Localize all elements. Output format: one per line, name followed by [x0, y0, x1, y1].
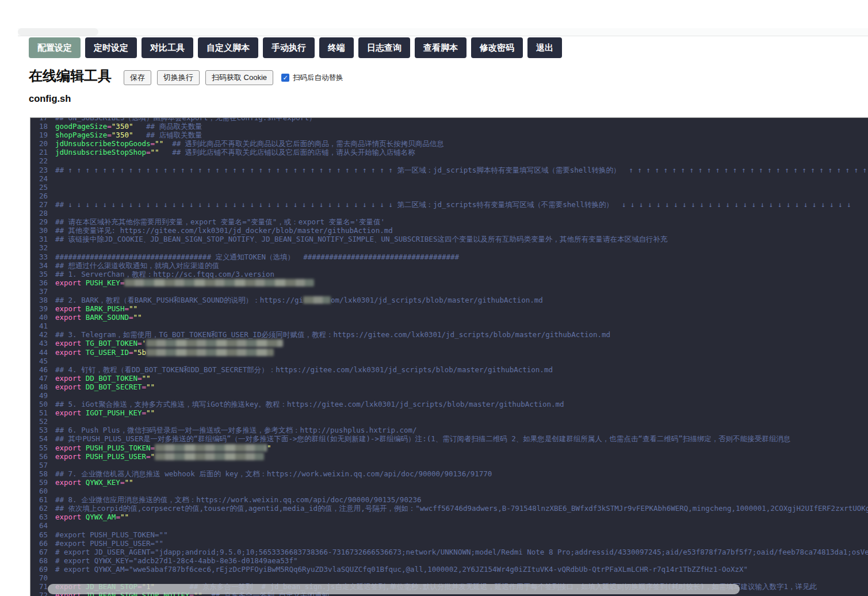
line-number: 48 [30, 383, 48, 391]
nav-button-custom-script[interactable]: 自定义脚本 [198, 37, 258, 58]
line-number: 17 [30, 117, 48, 122]
auto-replace-label: 扫码后自动替换 [293, 73, 343, 83]
auto-replace-checkbox[interactable]: ✓ [281, 74, 289, 82]
nav-button-change-password[interactable]: 修改密码 [471, 37, 523, 58]
nav-button-log-query[interactable]: 日志查询 [358, 37, 410, 58]
code-line: 50## 5. iGot聚合推送，支持多方式推送，填写iGot的推送key。教程… [30, 400, 868, 408]
code-token: export [55, 478, 81, 487]
code-token [133, 122, 146, 131]
redacted-value [155, 444, 267, 452]
code-token: ## 请在本区域补充其他你需要用到变量，export 变量名="变量值"，或：e… [55, 217, 385, 226]
code-line: 54## 其中PUSH_PLUS_USER是一对多推送的“群组编码”（一对多推送… [30, 434, 868, 443]
code-token: = [124, 304, 129, 313]
code-line: 36export PUSH_KEY= [30, 278, 868, 287]
code-line: 52 [30, 417, 868, 426]
code-token: " [151, 452, 155, 461]
code-token: = [142, 408, 147, 417]
code-token: #################################### [55, 253, 211, 261]
code-line: 20jdUnsubscribeStopGoods="" ## 遇到此商品不再取关… [30, 139, 868, 148]
line-number: 24 [30, 174, 48, 183]
code-token: 第二区域：jd_scripts特有变量填写区域（不需要shell转换的） [393, 200, 622, 209]
code-token [81, 348, 86, 357]
code-token: DD_BOT_TOKEN [86, 374, 137, 383]
line-number: 19 [30, 131, 48, 139]
code-line: 59export QYWX_KEY="" [30, 478, 868, 487]
line-number: 45 [30, 357, 48, 365]
code-token: = [137, 374, 142, 383]
code-line: 26 [30, 192, 868, 200]
top-scrollbar-thumb[interactable] [18, 28, 98, 36]
toggle-wrap-button[interactable]: 切换换行 [157, 70, 200, 85]
line-number: 35 [30, 270, 48, 278]
code-line: 57 [30, 461, 868, 469]
code-token: ↓ ↓ ↓ ↓ ↓ ↓ ↓ ↓ ↓ ↓ ↓ ↓ ↓ ↓ ↓ ↓ ↓ ↓ ↓ ↓ … [68, 200, 393, 209]
save-button[interactable]: 保存 [124, 70, 151, 85]
code-line: 53## 6. Push Plus，微信扫码登录后一对一推送或一对多推送，参考文… [30, 426, 868, 434]
code-line: 18goodPageSize="350" ## 商品取关数量 [30, 122, 868, 131]
line-number: 31 [30, 235, 48, 243]
line-number: 52 [30, 417, 48, 426]
code-token: #export PUSH_PLUS_TOKEN="" [55, 530, 168, 539]
line-number: 50 [30, 400, 48, 408]
code-token: "5b [133, 348, 146, 357]
nav-button-manual-run[interactable]: 手动执行 [263, 37, 315, 58]
line-number: 70 [30, 574, 48, 582]
code-token: = [116, 513, 120, 521]
code-editor[interactable]: 17## UN_SUBSCRIBES（选填）由脚本会export，无需在conf… [30, 117, 868, 596]
editor-horizontal-scrollbar[interactable] [48, 584, 740, 594]
code-token: QYWX_AM [86, 513, 116, 521]
code-token: = [142, 383, 147, 391]
toolbar: 保存 切换换行 扫码获取 Cookie ✓ 扫码后自动替换 [124, 70, 343, 85]
code-token: = [146, 452, 151, 461]
code-token: "" [129, 304, 137, 313]
code-line: 45 [30, 357, 868, 365]
nav-button-config-settings[interactable]: 配置设定 [29, 37, 81, 58]
code-token: export [55, 383, 81, 391]
nav-button-schedule-settings[interactable]: 定时设定 [85, 37, 137, 58]
code-line: 38## 2. BARK，教程（看BARK_PUSH和BARK_SOUND的说明… [30, 296, 868, 304]
nav-button-logout[interactable]: 退出 [527, 37, 562, 58]
line-number: 59 [30, 478, 48, 487]
line-number: 49 [30, 391, 48, 400]
code-line: 69# export QYWX_AM="wwe5abaf787bf6cec6,r… [30, 565, 868, 574]
nav-button-compare-tool[interactable]: 对比工具 [142, 37, 193, 58]
code-line: 39export BARK_PUSH="" [30, 304, 868, 313]
line-number: 47 [30, 374, 48, 383]
code-token [163, 139, 172, 148]
code-token: = [107, 131, 112, 139]
line-number: 33 [30, 253, 48, 261]
top-scrollbar-track[interactable] [18, 28, 868, 36]
code-token: IGOT_PUSH_KEY [86, 408, 142, 417]
redacted-value [155, 453, 264, 460]
code-token: shopPageSize [55, 131, 107, 139]
code-token: ' [142, 339, 147, 347]
code-token [81, 304, 86, 313]
nav-button-view-script[interactable]: 查看脚本 [415, 37, 466, 58]
code-line: 25 [30, 183, 868, 192]
code-line: 48export DD_BOT_SECRET="" [30, 383, 868, 391]
code-token: "" [133, 313, 142, 322]
code-token: ## [55, 200, 68, 209]
scan-cookie-button[interactable]: 扫码获取 Cookie [205, 70, 273, 85]
code-token: BARK_PUSH [86, 304, 125, 313]
code-token [133, 131, 146, 139]
line-number: 30 [30, 226, 48, 235]
code-line: 63export QYWX_AM="" [30, 513, 868, 521]
line-number: 36 [30, 278, 48, 287]
line-number: 41 [30, 322, 48, 330]
code-line: 62## 依次填上corpid的值,corpsecret的值,touser的值,… [30, 504, 868, 513]
line-number: 51 [30, 408, 48, 417]
code-token: export [55, 444, 81, 452]
code-token: # export QYWX_AM="wwe5abaf787bf6cec6,rEj… [55, 565, 748, 574]
code-line: 19shopPageSize="350" ## 店铺取关数量 [30, 131, 868, 139]
line-number: 65 [30, 530, 48, 539]
line-number: 54 [30, 434, 48, 443]
code-token: ## 该链接中除JD_COOKIE、JD_BEAN_SIGN_STOP_NOTI… [55, 235, 667, 243]
code-content[interactable]: 17## UN_SUBSCRIBES（选填）由脚本会export，无需在conf… [30, 117, 868, 596]
code-line: 17## UN_SUBSCRIBES（选填）由脚本会export，无需在conf… [30, 117, 868, 122]
code-token: jdUnsubscribeStopGoods [55, 139, 151, 148]
nav-button-terminal[interactable]: 终端 [319, 37, 354, 58]
code-line: 60 [30, 487, 868, 495]
line-number: 34 [30, 261, 48, 270]
code-line: 67# export JD_USER_AGENT="jdapp;android;… [30, 548, 868, 556]
